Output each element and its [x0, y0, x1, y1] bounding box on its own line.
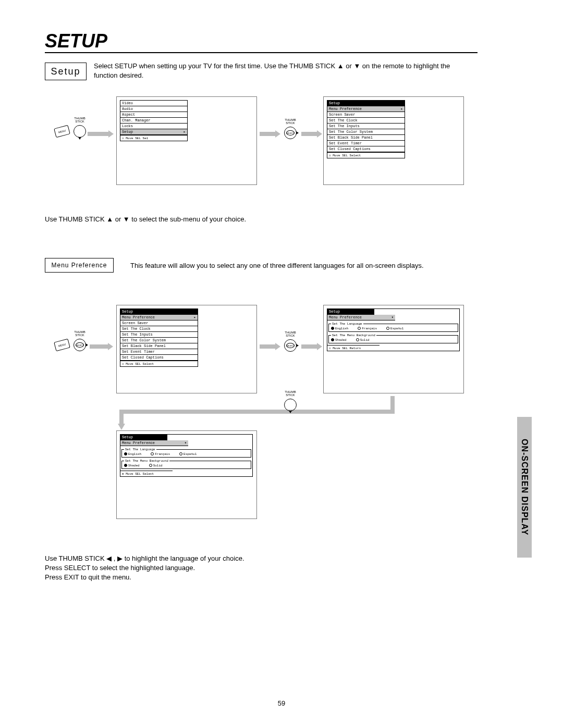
radio-label: Shaded — [128, 464, 140, 467]
radio-icon — [149, 464, 152, 467]
osd-frame-setup: Setup Menu Preference▸ Screen Saver Set … — [323, 96, 464, 185]
osd-item: Set The Color System — [120, 338, 198, 343]
svg-marker-9 — [275, 343, 280, 350]
osd-subtitle: Menu Preference▾ — [327, 315, 395, 320]
title-rule — [45, 52, 478, 53]
osd-footer: ⇕ Move SEL Select — [120, 361, 198, 366]
remote-step-menu-select: MENU THUMB STICK SELECT — [55, 339, 86, 351]
svg-marker-7 — [108, 343, 113, 350]
osd-title: Setup — [120, 435, 167, 440]
osd-footer: ⇕ Move SEL Return — [327, 345, 380, 351]
osd-title: Setup — [120, 309, 198, 315]
osd-item: Chan. Manager — [120, 118, 187, 124]
flow-connector — [116, 393, 398, 432]
bottom-instructions: Use THUMB STICK ◀ , ▶ to highlight the l… — [45, 554, 244, 583]
page-number: 59 — [278, 699, 285, 707]
radio-icon — [356, 338, 359, 341]
flow-arrow — [88, 130, 114, 140]
osd-main-menu: Video Audio Aspect Chan. Manager Locks S… — [120, 100, 188, 141]
osd-item: Set The Inputs — [327, 124, 405, 129]
setup-heading-box: Setup — [45, 63, 87, 80]
section-tab: ON-SCREEN DISPLAY — [517, 417, 532, 558]
menu-preference-box: Menu Preference — [45, 258, 114, 273]
osd-item: Locks — [120, 124, 187, 129]
thumb-stick-label: THUMB STICK — [285, 118, 296, 125]
osd-item: Screen Saver — [327, 112, 405, 118]
flow-arrow — [90, 343, 113, 352]
osd-item: Screen Saver — [120, 320, 198, 326]
osd-footer: ⇕ Move SEL Sel — [120, 135, 187, 141]
osd-setup-menu: Setup Menu Preference▸ Screen Saver Set … — [327, 100, 405, 158]
radio-icon — [124, 452, 127, 455]
svg-marker-11 — [317, 343, 322, 350]
osd-item: Set Black Side Panel — [327, 135, 405, 141]
fieldset-legend: Set The Language — [331, 322, 363, 326]
section-tab-label: ON-SCREEN DISPLAY — [520, 439, 529, 535]
fieldset-legend: Set The Language — [124, 448, 156, 451]
select-button-icon: SELECT — [284, 339, 297, 352]
osd-frame-pref1: Setup Menu Preference▾ Set The Language … — [323, 305, 464, 393]
radio-icon — [179, 452, 182, 455]
thumb-stick-icon — [284, 399, 297, 411]
flow-arrow — [301, 130, 322, 140]
osd-pref-menu: Setup Menu Preference▾ Set The Language … — [327, 309, 460, 351]
radio-label: Français — [362, 327, 377, 330]
radio-label: Shaded — [335, 338, 347, 342]
osd-item: Set Event Timer — [120, 349, 198, 355]
page-title: SETUP — [45, 30, 107, 52]
radio-icon — [124, 464, 127, 467]
menu-button-icon: MENU — [54, 339, 70, 352]
osd-pref-menu: Setup Menu Preference▾ Set The Language … — [120, 434, 253, 477]
remote-thumb-step: THUMB STICK — [284, 399, 297, 411]
osd-title: Setup — [327, 309, 374, 315]
submenu-instruction: Use THUMB STICK ▲ or ▼ to select the sub… — [45, 215, 246, 224]
remote-select-step: THUMB STICK SELECT — [284, 127, 297, 139]
thumb-stick-label: THUMB STICK — [285, 331, 296, 337]
radio-label: Solid — [360, 338, 370, 342]
radio-icon — [358, 327, 361, 330]
select-button-icon: SELECT — [284, 127, 297, 139]
osd-item: Set The Color System — [327, 129, 405, 135]
fieldset-legend: Set The Menu Background — [331, 334, 376, 337]
intro-paragraph: Select SETUP when setting up your TV for… — [94, 61, 474, 80]
osd-subtitle: Menu Preference▾ — [120, 440, 188, 446]
osd-item-selected: Menu Preference▸ — [120, 315, 198, 320]
thumb-stick-label: THUMB STICK — [74, 117, 85, 123]
osd-frame-main: Video Audio Aspect Chan. Manager Locks S… — [116, 96, 257, 185]
osd-item: Audio — [120, 106, 187, 112]
remote-step-menu-thumb: MENU THUMB STICK — [55, 125, 86, 138]
thumb-stick-icon — [74, 125, 86, 138]
osd-title: Setup — [327, 101, 405, 106]
flow-arrow — [260, 130, 280, 140]
radio-label: Solid — [153, 464, 163, 467]
svg-marker-1 — [108, 130, 114, 138]
osd-footer: ✥ Move SEL Select — [120, 471, 173, 476]
radio-label: Español — [390, 327, 403, 330]
radio-label: Español — [183, 452, 197, 456]
flow-arrow — [301, 343, 322, 352]
menu-button-icon: MENU — [54, 125, 70, 138]
osd-item-selected: Setup▸ — [120, 129, 187, 135]
radio-icon — [331, 338, 334, 341]
osd-item: Set The Clock — [327, 118, 405, 124]
osd-item: Set The Clock — [120, 326, 198, 332]
osd-setup-menu: Setup Menu Preference▸ Screen Saver Set … — [120, 309, 198, 367]
svg-marker-3 — [275, 130, 280, 138]
osd-item: Video — [120, 101, 187, 106]
remote-select-step: THUMB STICK SELECT — [284, 339, 297, 352]
radio-icon — [151, 452, 154, 455]
thumb-stick-label: THUMB STICK — [74, 330, 85, 337]
osd-frame-setup2: Setup Menu Preference▸ Screen Saver Set … — [116, 305, 257, 393]
menu-preference-desc: This feature will allow you to select an… — [130, 262, 480, 269]
osd-item-selected: Menu Preference▸ — [327, 106, 405, 112]
osd-item: Set Event Timer — [327, 141, 405, 146]
osd-item: Set Closed Captions — [327, 146, 405, 152]
thumb-stick-label: THUMB STICK — [285, 390, 296, 397]
osd-item: Aspect — [120, 112, 187, 118]
svg-marker-5 — [317, 130, 322, 138]
fieldset-legend: Set The Menu Background — [124, 459, 169, 463]
svg-marker-12 — [118, 424, 125, 430]
osd-item: Set Black Side Panel — [120, 343, 198, 349]
radio-label: English — [335, 327, 348, 330]
select-button-icon: SELECT — [74, 339, 86, 351]
